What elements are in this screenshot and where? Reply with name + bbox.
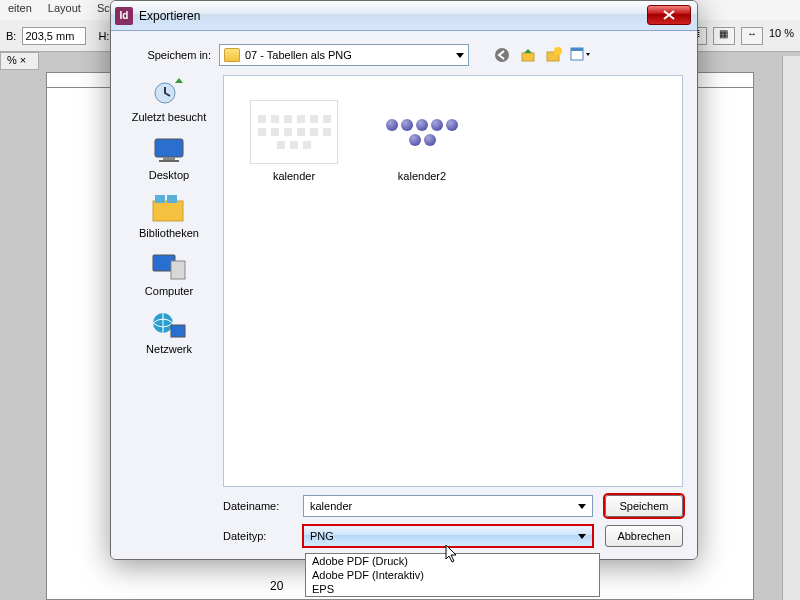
libraries-icon	[149, 191, 189, 225]
desktop-icon	[149, 133, 189, 167]
svg-point-0	[495, 48, 509, 62]
filetype-label: Dateityp:	[223, 530, 303, 542]
folder-icon	[224, 48, 240, 62]
grid-icon[interactable]: ▦	[713, 27, 735, 45]
svg-rect-16	[171, 325, 185, 337]
place-label: Bibliotheken	[119, 227, 219, 239]
location-dropdown[interactable]: 07 - Tabellen als PNG	[219, 44, 469, 66]
arrows-icon[interactable]: ↔	[741, 27, 763, 45]
filename-field[interactable]: kalender	[303, 495, 593, 517]
svg-rect-14	[171, 261, 185, 279]
cancel-button[interactable]: Abbrechen	[605, 525, 683, 547]
save-in-label: Speichem in:	[125, 49, 211, 61]
svg-rect-12	[167, 195, 177, 203]
place-recent[interactable]: Zuletzt besucht	[119, 75, 219, 123]
place-desktop[interactable]: Desktop	[119, 133, 219, 181]
svg-rect-10	[153, 201, 183, 221]
recent-icon	[149, 75, 189, 109]
svg-point-3	[554, 47, 562, 55]
back-button[interactable]	[491, 44, 513, 66]
svg-rect-8	[163, 157, 175, 160]
export-dialog: Id Exportieren Speichem in: 07 - Tabelle…	[110, 0, 698, 560]
chevron-down-icon	[456, 53, 464, 58]
panel-dock	[782, 56, 800, 600]
place-label: Desktop	[119, 169, 219, 181]
file-item[interactable]: kalender	[244, 100, 344, 182]
svg-rect-11	[155, 195, 165, 203]
up-button[interactable]	[517, 44, 539, 66]
indesign-icon: Id	[115, 7, 133, 25]
width-input[interactable]	[22, 27, 86, 45]
new-folder-button[interactable]	[543, 44, 565, 66]
filename-value: kalender	[310, 500, 352, 512]
filetype-option[interactable]: Adobe PDF (Interaktiv)	[306, 568, 599, 582]
place-label: Zuletzt besucht	[119, 111, 219, 123]
place-computer[interactable]: Computer	[119, 249, 219, 297]
places-sidebar: Zuletzt besucht Desktop Bibliotheken Com…	[119, 75, 219, 487]
place-network[interactable]: Netzwerk	[119, 307, 219, 355]
filetype-dropdown[interactable]: PNG	[303, 525, 593, 547]
view-menu-button[interactable]	[569, 44, 591, 66]
place-label: Netzwerk	[119, 343, 219, 355]
file-name: kalender	[244, 170, 344, 182]
file-thumbnail	[378, 100, 466, 164]
document-tab[interactable]: % ×	[0, 52, 39, 70]
filetype-dropdown-list[interactable]: Adobe PDF (Druck) Adobe PDF (Interaktiv)…	[305, 553, 600, 597]
filetype-option[interactable]: Adobe PDF (Druck)	[306, 554, 599, 568]
save-button[interactable]: Speichem	[605, 495, 683, 517]
location-value: 07 - Tabellen als PNG	[245, 49, 352, 61]
filetype-option[interactable]: EPS	[306, 582, 599, 596]
svg-rect-5	[571, 48, 583, 51]
filetype-value: PNG	[310, 530, 334, 542]
svg-rect-9	[159, 160, 179, 162]
zoom-percent: 10 %	[769, 27, 794, 45]
file-item[interactable]: kalender2	[372, 100, 472, 182]
close-button[interactable]	[647, 5, 691, 25]
file-pane[interactable]: kalender kalender2	[223, 75, 683, 487]
filename-label: Dateiname:	[223, 500, 303, 512]
place-libraries[interactable]: Bibliotheken	[119, 191, 219, 239]
chevron-down-icon	[578, 534, 586, 539]
network-icon	[149, 307, 189, 341]
chevron-down-icon	[578, 504, 586, 509]
file-thumbnail	[250, 100, 338, 164]
dialog-titlebar[interactable]: Id Exportieren	[111, 1, 697, 31]
svg-rect-7	[155, 139, 183, 157]
svg-rect-1	[522, 53, 534, 61]
place-label: Computer	[119, 285, 219, 297]
computer-icon	[149, 249, 189, 283]
dialog-title: Exportieren	[139, 9, 200, 23]
file-name: kalender2	[372, 170, 472, 182]
